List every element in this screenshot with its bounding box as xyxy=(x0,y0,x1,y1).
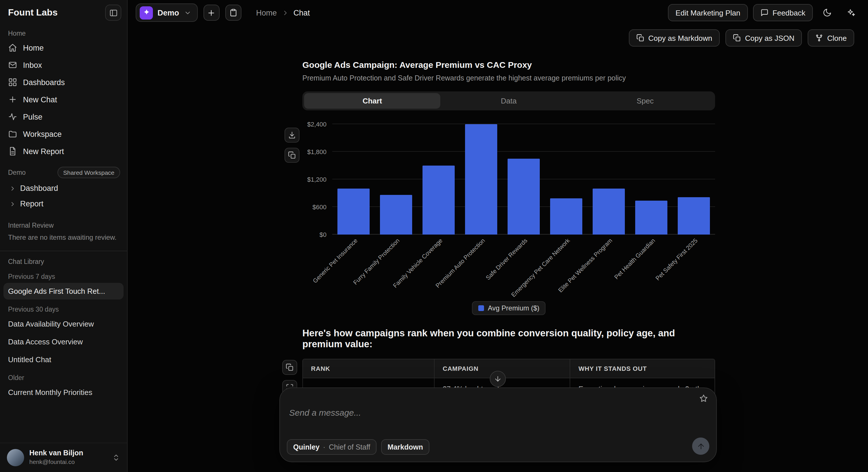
copy-table-button[interactable] xyxy=(282,360,297,375)
new-item-button[interactable] xyxy=(203,5,219,21)
chevrons-up-down-icon[interactable] xyxy=(112,453,120,462)
dark-mode-toggle[interactable] xyxy=(818,3,836,22)
dashboards-icon xyxy=(8,77,17,87)
copy-as-json-button[interactable]: Copy as JSON xyxy=(725,29,802,46)
agent-role: Chief of Staff xyxy=(329,443,370,451)
brand-title: Fount Labs xyxy=(8,7,58,18)
star-icon xyxy=(699,394,708,403)
chat-group-label: Previous 30 days xyxy=(0,300,127,315)
download-chart-button[interactable] xyxy=(284,128,300,143)
sidebar-demo-label: Demo xyxy=(8,169,26,176)
chart-legend: Avg Premium ($) xyxy=(472,301,546,315)
chevron-right-icon xyxy=(9,200,16,207)
chart-y-axis: $0$600$1,200$1,800$2,400 xyxy=(302,124,332,234)
panel-left-icon xyxy=(109,8,118,17)
tab-data[interactable]: Data xyxy=(441,93,577,109)
agent-selector[interactable]: Quinley · Chief of Staff xyxy=(287,439,376,455)
document-icon xyxy=(8,147,17,156)
tree-item-label: Dashboard xyxy=(20,184,58,193)
chat-item-data-availability-overview[interactable]: Data Availability Overview xyxy=(0,315,127,333)
sparkles-icon xyxy=(846,8,855,17)
bar-safe-driver-rewards xyxy=(508,159,540,234)
agent-separator: · xyxy=(323,443,326,451)
shared-workspace-badge: Shared Workspace xyxy=(58,167,120,178)
message-input[interactable] xyxy=(289,408,684,417)
tree-item-label: Report xyxy=(20,199,43,208)
chat-item-untitled-chat[interactable]: Untitled Chat xyxy=(0,351,127,369)
message-toolbar: Copy as Markdown Copy as JSON Clone xyxy=(128,25,868,51)
bar-generic-pet-insurance xyxy=(338,189,370,234)
sidebar-collapse-button[interactable] xyxy=(105,5,121,21)
sidebar-item-label: New Report xyxy=(23,147,64,156)
logo-mark-icon xyxy=(142,9,150,17)
copy-as-json-label: Copy as JSON xyxy=(745,34,795,42)
sidebar-item-new-report[interactable]: New Report xyxy=(0,143,127,160)
chevron-right-icon xyxy=(281,9,289,17)
chat-library-label: Chat Library xyxy=(0,252,127,268)
copy-icon xyxy=(733,34,741,42)
topbar: Demo Home Chat Edit Marketing Plan Feedb… xyxy=(128,0,868,25)
copy-as-markdown-label: Copy as Markdown xyxy=(648,34,713,42)
y-tick-label: $0 xyxy=(320,231,327,238)
tree-item-dashboard[interactable]: Dashboard xyxy=(0,181,127,196)
chart-block: $0$600$1,200$1,800$2,400 Generic Pet Ins… xyxy=(302,124,715,315)
sparkles-button[interactable] xyxy=(842,3,860,22)
feedback-button[interactable]: Feedback xyxy=(753,4,813,21)
send-button[interactable] xyxy=(692,438,709,455)
sidebar-nav: HomeInboxDashboardsNew ChatPulseWorkspac… xyxy=(0,39,127,160)
copy-chart-button[interactable] xyxy=(284,148,300,163)
copy-icon xyxy=(286,363,294,371)
breadcrumb-current: Chat xyxy=(293,8,310,17)
chevron-right-icon xyxy=(281,9,289,17)
chevron-right-icon xyxy=(9,185,16,192)
clone-label: Clone xyxy=(827,34,847,42)
chart-subtitle: Premium Auto Protection and Safe Driver … xyxy=(302,74,715,82)
sidebar-item-label: Workspace xyxy=(23,130,62,138)
folder-icon xyxy=(8,129,17,138)
user-email: henk@fountai.co xyxy=(29,458,107,466)
table-header-why-it-stands-out: WHY IT STANDS OUT xyxy=(570,359,715,378)
workspace-name: Demo xyxy=(157,8,179,17)
viz-tabs: ChartDataSpec xyxy=(302,91,715,111)
arrow-down-icon xyxy=(494,375,502,383)
copy-as-markdown-button[interactable]: Copy as Markdown xyxy=(629,29,720,46)
chat-item-current-monthly-priorities[interactable]: Current Monthly Priorities xyxy=(0,383,127,401)
workspace-switcher[interactable]: Demo xyxy=(136,3,197,22)
edit-marketing-plan-label: Edit Marketing Plan xyxy=(676,8,740,17)
clone-button[interactable]: Clone xyxy=(808,29,854,46)
sidebar-item-pulse[interactable]: Pulse xyxy=(0,108,127,125)
fork-icon xyxy=(815,34,823,42)
bar-pet-safety-first-2025 xyxy=(678,197,710,234)
copy-icon xyxy=(636,34,644,42)
clipboard-button[interactable] xyxy=(225,5,241,21)
chat-library: Previous 7 daysGoogle Ads First Touch Re… xyxy=(0,268,127,401)
chat-item-data-access-overview[interactable]: Data Access Overview xyxy=(0,333,127,351)
plus-icon xyxy=(8,95,17,104)
star-icon[interactable] xyxy=(699,394,708,403)
breadcrumb-home[interactable]: Home xyxy=(256,8,277,17)
workspace-tree: DashboardReport xyxy=(0,181,127,212)
sidebar-item-inbox[interactable]: Inbox xyxy=(0,56,127,73)
sidebar-item-new-chat[interactable]: New Chat xyxy=(0,91,127,108)
tab-chart[interactable]: Chart xyxy=(304,93,441,109)
chart-plot-area xyxy=(332,124,715,234)
format-selector[interactable]: Markdown xyxy=(381,439,429,455)
sidebar-item-dashboards[interactable]: Dashboards xyxy=(0,73,127,91)
scroll-to-bottom-button[interactable] xyxy=(490,371,506,387)
tree-item-report[interactable]: Report xyxy=(0,196,127,212)
sidebar-item-home[interactable]: Home xyxy=(0,39,127,56)
tab-spec[interactable]: Spec xyxy=(577,93,713,109)
edit-marketing-plan-button[interactable]: Edit Marketing Plan xyxy=(668,4,748,21)
chat-item-google-ads-first-touch-ret[interactable]: Google Ads First Touch Ret... xyxy=(3,283,124,300)
sidebar-item-workspace[interactable]: Workspace xyxy=(0,125,127,143)
copy-icon xyxy=(733,34,741,42)
x-axis-label: Generic Pet Insurance xyxy=(311,237,359,284)
app-window: Fount Labs Home HomeInboxDashboardsNew C… xyxy=(0,0,868,472)
bar-premium-auto-protection xyxy=(465,124,497,234)
ranking-intro-text: Here's how campaigns rank when you combi… xyxy=(302,328,715,350)
clipboard-icon xyxy=(229,9,237,17)
breadcrumb: Home Chat xyxy=(256,8,310,17)
user-name: Henk van Biljon xyxy=(29,449,107,458)
legend-label: Avg Premium ($) xyxy=(488,304,539,312)
user-menu[interactable]: Henk van Biljon henk@fountai.co xyxy=(0,443,127,472)
